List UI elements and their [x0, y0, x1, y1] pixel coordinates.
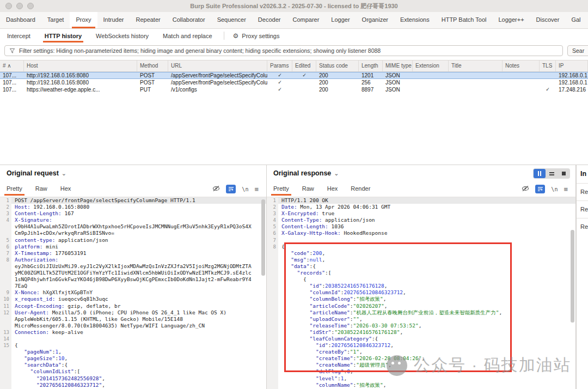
line-number — [267, 296, 278, 302]
response-tab-pretty[interactable]: Pretty — [267, 181, 296, 196]
tab-intruder[interactable]: Intruder — [97, 12, 130, 28]
request-scrollbar[interactable] — [261, 199, 265, 276]
line-number — [267, 270, 278, 276]
tab-http-batch-tool[interactable]: HTTP Batch Tool — [436, 12, 493, 28]
column-header-method[interactable]: Method — [137, 60, 168, 71]
cell-params: ✓ — [267, 86, 292, 93]
subtab-match-and-replace[interactable]: Match and replace — [156, 29, 219, 42]
show-newlines-icon[interactable]: \n — [551, 186, 558, 192]
tab-proxy[interactable]: Proxy — [70, 12, 97, 28]
tab-comparer[interactable]: Comparer — [286, 12, 325, 28]
column-header-host[interactable]: Host — [24, 60, 137, 71]
sub-tab-bar: InterceptHTTP historyWebSockets historyM… — [0, 29, 588, 42]
hide-nonprintable-icon[interactable] — [522, 184, 529, 194]
request-pane-header: Original request⌄ — [0, 165, 266, 181]
response-pane-title[interactable]: Original response⌄ — [273, 169, 339, 177]
request-tab-pretty[interactable]: Pretty — [0, 181, 29, 196]
line-number — [267, 309, 278, 316]
cell-host: http://192.168.0.165:8080 — [24, 72, 137, 79]
line-content — [11, 336, 266, 342]
response-tab-raw[interactable]: Raw — [296, 181, 321, 196]
tab-extensions[interactable]: Extensions — [394, 12, 436, 28]
request-pane: Original request⌄ PrettyRawHex \n ≡ 1POS… — [0, 165, 267, 389]
hide-nonprintable-icon[interactable] — [212, 184, 220, 194]
subtab-websockets-history[interactable]: WebSockets history — [89, 29, 156, 42]
tab-repeater[interactable]: Repeater — [130, 12, 166, 28]
inspector-section[interactable]: Re — [577, 218, 588, 235]
tab-dashboard[interactable]: Dashboard — [0, 12, 41, 28]
word-wrap-icon[interactable] — [535, 185, 545, 193]
tab-logger[interactable]: Logger — [325, 12, 356, 28]
column-header-extension[interactable]: Extension — [413, 60, 449, 71]
line-number — [267, 336, 278, 342]
column-header-ip[interactable]: IP — [556, 60, 588, 71]
tab-organizer[interactable]: Organizer — [356, 12, 394, 28]
inspector-section[interactable]: Re — [577, 200, 588, 218]
line-content: Connection: keep-alive — [11, 329, 266, 336]
table-row[interactable]: 107...http://192.168.0.165:8080POST/appS… — [0, 72, 588, 79]
table-row[interactable]: 107...http://192.168.0.165:8080POST/appS… — [0, 79, 588, 86]
request-tab-hex[interactable]: Hex — [54, 181, 78, 196]
column-header--[interactable]: # ∧ — [0, 60, 24, 71]
line-number — [0, 355, 11, 362]
tab-decoder[interactable]: Decoder — [252, 12, 287, 28]
word-wrap-icon[interactable] — [226, 185, 236, 193]
column-header-mime-type[interactable]: MIME type — [383, 60, 413, 71]
line-content: content-type: application/json — [11, 237, 266, 244]
tab-target[interactable]: Target — [41, 12, 70, 28]
search-button[interactable]: Sear — [567, 45, 588, 56]
column-header-notes[interactable]: Notes — [503, 60, 540, 71]
code-line: Cm9pJih1+cDOx/wrkyqRraRSiBISNvo= — [0, 230, 266, 236]
tab-collaborator[interactable]: Collaborator — [167, 12, 211, 28]
response-tab-render[interactable]: Render — [344, 181, 377, 196]
code-line: AppleWebKit/605.1.15 (KHTML, like Gecko)… — [0, 316, 266, 323]
line-number: 9 — [0, 289, 11, 296]
single-layout-icon[interactable] — [558, 169, 569, 178]
code-line: 10x_request_id: iueqocv6q81h3uqc — [0, 296, 266, 302]
tab-logger-[interactable]: Logger++ — [492, 12, 530, 28]
request-pane-title[interactable]: Original request⌄ — [7, 169, 66, 177]
column-header-params[interactable]: Params — [267, 60, 292, 71]
cell-extension — [413, 86, 449, 93]
column-header-edited[interactable]: Edited — [292, 60, 316, 71]
code-line: 3Content-Length: 167 — [0, 210, 266, 217]
column-header-status-code[interactable]: Status code — [316, 60, 359, 71]
line-number: 1 — [0, 197, 11, 204]
chevron-down-icon: ⌄ — [334, 170, 339, 177]
editor-menu-icon[interactable]: ≡ — [254, 185, 259, 193]
inspector-section[interactable]: Re — [577, 183, 588, 200]
subtab-http-history[interactable]: HTTP history — [38, 29, 89, 42]
watermark-text: 公众号 · 码技加油站 — [414, 354, 571, 376]
column-header-tls[interactable]: TLS — [540, 60, 556, 71]
cell-length: 8897 — [359, 86, 383, 93]
column-header-length[interactable]: Length — [359, 60, 383, 71]
tab-discover[interactable]: Discover — [530, 12, 566, 28]
proxy-settings-button[interactable]: ⚙Proxy settings — [229, 32, 284, 40]
column-header-title[interactable]: Title — [449, 60, 503, 71]
tab-sequencer[interactable]: Sequencer — [211, 12, 252, 28]
subtab-intercept[interactable]: Intercept — [0, 29, 38, 42]
column-header-url[interactable]: URL — [168, 60, 267, 71]
request-editor[interactable]: 1POST /appServer/frontPage/selectSpecify… — [0, 197, 266, 389]
rows-layout-icon[interactable] — [546, 169, 558, 178]
request-tab-raw[interactable]: Raw — [29, 181, 54, 196]
filter-settings-bar[interactable]: Filter settings: Hiding non-parameterize… — [4, 45, 563, 56]
line-content: "pageSize":10, — [11, 355, 266, 362]
columns-layout-icon[interactable] — [534, 169, 546, 178]
line-content: v9bH4A1uPwaLmh5ZOrotIADbrWXhtpxhoe5rHCpo… — [11, 223, 266, 230]
code-line: "pageSize":10, — [0, 355, 266, 362]
line-number — [267, 250, 278, 257]
response-scrollbar[interactable] — [571, 230, 574, 323]
response-tab-hex[interactable]: Hex — [321, 181, 345, 196]
cell-url: /appServer/frontPage/selectSpecifyColumn… — [168, 72, 267, 79]
cell-mime: JSON — [383, 86, 413, 93]
table-body: 107...http://192.168.0.165:8080POST/appS… — [0, 72, 588, 93]
line-number — [0, 362, 11, 368]
cell-notes — [503, 86, 540, 93]
tab-gal[interactable]: Gal — [565, 12, 586, 28]
code-line: 14 — [0, 336, 266, 342]
cell-title — [449, 79, 503, 86]
editor-menu-icon[interactable]: ≡ — [564, 185, 568, 193]
show-newlines-icon[interactable]: \n — [242, 186, 248, 192]
table-row[interactable]: 107...https://weather-edge.apple.c...PUT… — [0, 86, 588, 93]
